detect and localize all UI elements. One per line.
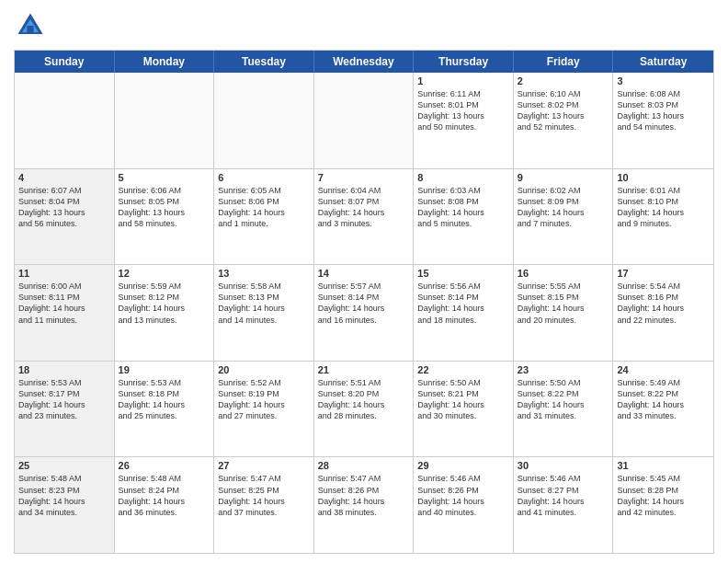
day-info: Sunrise: 5:45 AM Sunset: 8:28 PM Dayligh… (617, 473, 710, 518)
day-info: Sunrise: 5:48 AM Sunset: 8:24 PM Dayligh… (119, 473, 210, 518)
day-info: Sunrise: 5:56 AM Sunset: 8:14 PM Dayligh… (417, 281, 509, 326)
day-cell-29: 29Sunrise: 5:46 AM Sunset: 8:26 PM Dayli… (414, 457, 514, 553)
day-info: Sunrise: 5:55 AM Sunset: 8:15 PM Dayligh… (518, 281, 609, 326)
logo (14, 9, 51, 42)
day-cell-22: 22Sunrise: 5:50 AM Sunset: 8:21 PM Dayli… (414, 362, 514, 457)
calendar-row-3: 18Sunrise: 5:53 AM Sunset: 8:17 PM Dayli… (15, 362, 713, 458)
header-day-sunday: Sunday (15, 51, 115, 73)
day-number: 3 (617, 75, 710, 86)
day-info: Sunrise: 6:00 AM Sunset: 8:11 PM Dayligh… (18, 281, 110, 326)
day-cell-3: 3Sunrise: 6:08 AM Sunset: 8:03 PM Daylig… (613, 73, 713, 168)
header-day-friday: Friday (514, 51, 614, 73)
empty-cell-0-1 (115, 73, 215, 168)
day-number: 28 (318, 460, 410, 471)
day-cell-15: 15Sunrise: 5:56 AM Sunset: 8:14 PM Dayli… (414, 265, 514, 361)
day-info: Sunrise: 5:48 AM Sunset: 8:23 PM Dayligh… (18, 473, 110, 518)
day-number: 16 (518, 268, 609, 279)
day-number: 14 (318, 268, 410, 279)
day-cell-2: 2Sunrise: 6:10 AM Sunset: 8:02 PM Daylig… (514, 73, 614, 168)
day-cell-30: 30Sunrise: 5:46 AM Sunset: 8:27 PM Dayli… (514, 457, 614, 553)
day-number: 13 (218, 268, 310, 279)
day-cell-23: 23Sunrise: 5:50 AM Sunset: 8:22 PM Dayli… (514, 362, 614, 457)
day-number: 23 (518, 364, 609, 375)
day-info: Sunrise: 5:46 AM Sunset: 8:27 PM Dayligh… (518, 473, 609, 518)
calendar-row-1: 4Sunrise: 6:07 AM Sunset: 8:04 PM Daylig… (15, 169, 713, 266)
day-info: Sunrise: 6:10 AM Sunset: 8:02 PM Dayligh… (518, 88, 609, 133)
header-day-tuesday: Tuesday (214, 51, 314, 73)
day-number: 25 (18, 460, 110, 471)
day-number: 4 (18, 172, 110, 183)
calendar-header: SundayMondayTuesdayWednesdayThursdayFrid… (15, 51, 713, 73)
calendar-row-2: 11Sunrise: 6:00 AM Sunset: 8:11 PM Dayli… (15, 265, 713, 362)
header-day-monday: Monday (115, 51, 215, 73)
day-number: 12 (119, 268, 210, 279)
day-info: Sunrise: 5:49 AM Sunset: 8:22 PM Dayligh… (617, 377, 710, 422)
day-info: Sunrise: 6:05 AM Sunset: 8:06 PM Dayligh… (218, 185, 310, 230)
empty-cell-0-2 (214, 73, 314, 168)
day-cell-17: 17Sunrise: 5:54 AM Sunset: 8:16 PM Dayli… (613, 265, 713, 361)
day-cell-10: 10Sunrise: 6:01 AM Sunset: 8:10 PM Dayli… (613, 169, 713, 265)
day-info: Sunrise: 5:50 AM Sunset: 8:22 PM Dayligh… (518, 377, 609, 422)
day-info: Sunrise: 5:59 AM Sunset: 8:12 PM Dayligh… (119, 281, 210, 326)
day-number: 30 (518, 460, 609, 471)
empty-cell-0-3 (314, 73, 415, 168)
calendar-row-0: 1Sunrise: 6:11 AM Sunset: 8:01 PM Daylig… (15, 73, 713, 169)
day-number: 21 (318, 364, 410, 375)
calendar-row-4: 25Sunrise: 5:48 AM Sunset: 8:23 PM Dayli… (15, 457, 713, 553)
day-number: 10 (617, 172, 710, 183)
day-info: Sunrise: 6:07 AM Sunset: 8:04 PM Dayligh… (18, 185, 110, 230)
day-number: 27 (218, 460, 310, 471)
header-day-wednesday: Wednesday (314, 51, 415, 73)
day-info: Sunrise: 5:47 AM Sunset: 8:25 PM Dayligh… (218, 473, 310, 518)
day-number: 2 (518, 75, 609, 86)
empty-cell-0-0 (15, 73, 115, 168)
page: SundayMondayTuesdayWednesdayThursdayFrid… (0, 0, 728, 563)
day-number: 20 (218, 364, 310, 375)
day-info: Sunrise: 5:51 AM Sunset: 8:20 PM Dayligh… (318, 377, 410, 422)
day-cell-28: 28Sunrise: 5:47 AM Sunset: 8:26 PM Dayli… (314, 457, 415, 553)
day-number: 1 (417, 75, 509, 86)
logo-icon (14, 9, 47, 42)
day-info: Sunrise: 5:47 AM Sunset: 8:26 PM Dayligh… (318, 473, 410, 518)
day-number: 29 (417, 460, 509, 471)
day-info: Sunrise: 5:46 AM Sunset: 8:26 PM Dayligh… (417, 473, 509, 518)
day-cell-1: 1Sunrise: 6:11 AM Sunset: 8:01 PM Daylig… (414, 73, 514, 168)
day-info: Sunrise: 6:06 AM Sunset: 8:05 PM Dayligh… (119, 185, 210, 230)
day-info: Sunrise: 6:08 AM Sunset: 8:03 PM Dayligh… (617, 88, 710, 133)
day-number: 8 (417, 172, 509, 183)
day-cell-27: 27Sunrise: 5:47 AM Sunset: 8:25 PM Dayli… (214, 457, 314, 553)
day-number: 11 (18, 268, 110, 279)
header-day-saturday: Saturday (613, 51, 713, 73)
day-cell-16: 16Sunrise: 5:55 AM Sunset: 8:15 PM Dayli… (514, 265, 614, 361)
day-info: Sunrise: 5:52 AM Sunset: 8:19 PM Dayligh… (218, 377, 310, 422)
day-number: 7 (318, 172, 410, 183)
day-info: Sunrise: 6:01 AM Sunset: 8:10 PM Dayligh… (617, 185, 710, 230)
day-cell-13: 13Sunrise: 5:58 AM Sunset: 8:13 PM Dayli… (214, 265, 314, 361)
day-info: Sunrise: 5:54 AM Sunset: 8:16 PM Dayligh… (617, 281, 710, 326)
day-number: 5 (119, 172, 210, 183)
svg-rect-2 (27, 26, 33, 34)
day-cell-5: 5Sunrise: 6:06 AM Sunset: 8:05 PM Daylig… (115, 169, 215, 265)
day-cell-11: 11Sunrise: 6:00 AM Sunset: 8:11 PM Dayli… (15, 265, 115, 361)
day-info: Sunrise: 5:58 AM Sunset: 8:13 PM Dayligh… (218, 281, 310, 326)
day-info: Sunrise: 6:11 AM Sunset: 8:01 PM Dayligh… (417, 88, 509, 133)
day-info: Sunrise: 6:03 AM Sunset: 8:08 PM Dayligh… (417, 185, 509, 230)
day-cell-24: 24Sunrise: 5:49 AM Sunset: 8:22 PM Dayli… (613, 362, 713, 457)
day-number: 15 (417, 268, 509, 279)
day-info: Sunrise: 5:53 AM Sunset: 8:18 PM Dayligh… (119, 377, 210, 422)
day-info: Sunrise: 6:04 AM Sunset: 8:07 PM Dayligh… (318, 185, 410, 230)
day-info: Sunrise: 5:57 AM Sunset: 8:14 PM Dayligh… (318, 281, 410, 326)
day-info: Sunrise: 5:50 AM Sunset: 8:21 PM Dayligh… (417, 377, 509, 422)
day-cell-8: 8Sunrise: 6:03 AM Sunset: 8:08 PM Daylig… (414, 169, 514, 265)
day-cell-4: 4Sunrise: 6:07 AM Sunset: 8:04 PM Daylig… (15, 169, 115, 265)
day-number: 9 (518, 172, 609, 183)
day-cell-9: 9Sunrise: 6:02 AM Sunset: 8:09 PM Daylig… (514, 169, 614, 265)
header (14, 9, 714, 42)
day-cell-31: 31Sunrise: 5:45 AM Sunset: 8:28 PM Dayli… (613, 457, 713, 553)
day-number: 6 (218, 172, 310, 183)
day-number: 24 (617, 364, 710, 375)
day-cell-7: 7Sunrise: 6:04 AM Sunset: 8:07 PM Daylig… (314, 169, 415, 265)
day-number: 18 (18, 364, 110, 375)
day-cell-18: 18Sunrise: 5:53 AM Sunset: 8:17 PM Dayli… (15, 362, 115, 457)
calendar-body: 1Sunrise: 6:11 AM Sunset: 8:01 PM Daylig… (15, 73, 713, 553)
